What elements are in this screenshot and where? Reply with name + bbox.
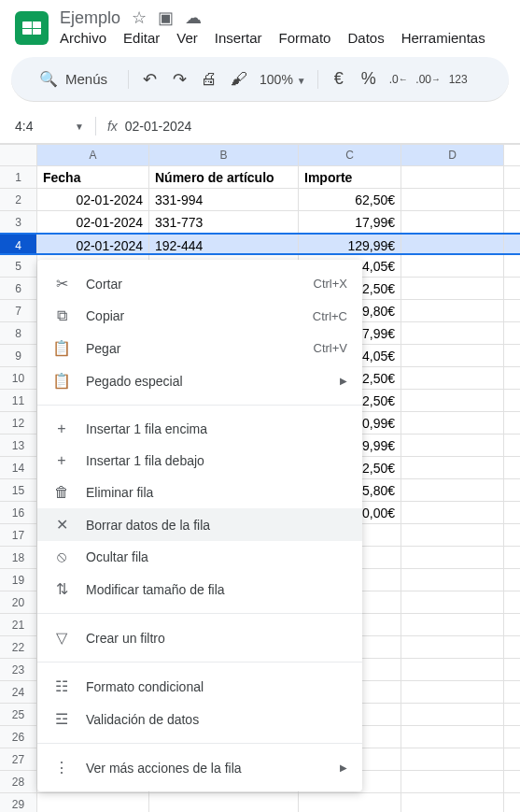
chevron-down-icon[interactable]: ▼ xyxy=(75,121,84,132)
cell[interactable] xyxy=(401,524,504,546)
cell[interactable] xyxy=(401,502,504,523)
row-header[interactable]: 14 xyxy=(0,457,37,478)
star-icon[interactable]: ☆ xyxy=(132,7,147,28)
cell[interactable] xyxy=(401,681,504,703)
row-header[interactable]: 16 xyxy=(0,502,37,523)
cell[interactable] xyxy=(149,793,299,812)
cell[interactable] xyxy=(401,659,504,680)
select-all-corner[interactable] xyxy=(0,145,37,165)
ctx-clear-row[interactable]: ✕ Borrar datos de la fila xyxy=(37,508,362,541)
cell[interactable] xyxy=(401,704,504,725)
print-button[interactable]: 🖨 xyxy=(196,66,222,93)
ctx-insert-below[interactable]: + Insertar 1 fila debajo xyxy=(37,445,362,477)
cell[interactable]: Importe xyxy=(299,166,401,188)
ctx-insert-above[interactable]: + Insertar 1 fila encima xyxy=(37,413,362,445)
row-header[interactable]: 20 xyxy=(0,591,37,613)
cell[interactable] xyxy=(401,771,504,792)
cell[interactable]: 192-444 xyxy=(149,235,299,253)
cell[interactable] xyxy=(401,345,504,366)
ctx-copy[interactable]: ⧉ Copiar Ctrl+C xyxy=(37,300,362,332)
cell[interactable]: 02-01-2024 xyxy=(37,189,149,210)
move-icon[interactable]: ▣ xyxy=(158,7,174,28)
cell[interactable] xyxy=(401,166,504,188)
cell[interactable] xyxy=(401,434,504,456)
row-header[interactable]: 6 xyxy=(0,278,37,299)
row-header[interactable]: 15 xyxy=(0,479,37,501)
cell[interactable] xyxy=(401,636,504,658)
cell[interactable] xyxy=(401,748,504,770)
row-header[interactable]: 24 xyxy=(0,681,37,703)
row-header[interactable]: 23 xyxy=(0,659,37,680)
cell[interactable] xyxy=(401,547,504,568)
cell[interactable] xyxy=(401,726,504,748)
cell[interactable] xyxy=(401,412,504,434)
row-header[interactable]: 2 xyxy=(0,189,37,210)
menu-item[interactable]: Editar xyxy=(123,30,160,46)
menu-item[interactable]: Ver xyxy=(176,30,198,46)
cell[interactable] xyxy=(401,255,504,277)
zoom-select[interactable]: 100% ▼ xyxy=(256,72,310,87)
cell[interactable] xyxy=(37,793,149,812)
menu-item[interactable]: Archivo xyxy=(60,30,106,46)
cell[interactable]: Número de artículo xyxy=(149,166,299,188)
cell[interactable]: 62,50€ xyxy=(299,189,401,210)
ctx-data-validation[interactable]: ☲ Validación de datos xyxy=(37,703,362,735)
cell[interactable]: 331-773 xyxy=(149,211,299,233)
row-header[interactable]: 22 xyxy=(0,636,37,658)
row-header[interactable]: 18 xyxy=(0,547,37,568)
menu-search[interactable]: 🔍 Menús xyxy=(26,63,120,95)
cell[interactable] xyxy=(401,614,504,635)
cell[interactable] xyxy=(401,367,504,389)
sheets-logo[interactable] xyxy=(15,11,49,45)
row-header[interactable]: 4 xyxy=(0,235,37,253)
paint-format-button[interactable]: 🖌 xyxy=(226,66,252,93)
ctx-resize-row[interactable]: ⇅ Modificar tamaño de fila xyxy=(37,573,362,605)
row-header[interactable]: 3 xyxy=(0,211,37,233)
cell[interactable]: 02-01-2024 xyxy=(37,235,149,253)
row-header[interactable]: 27 xyxy=(0,748,37,770)
row-header[interactable]: 29 xyxy=(0,793,37,812)
cell[interactable]: 331-994 xyxy=(149,189,299,210)
row-header[interactable]: 11 xyxy=(0,390,37,411)
cell[interactable]: 17,99€ xyxy=(299,211,401,233)
cell[interactable]: Fecha xyxy=(37,166,149,188)
more-formats-button[interactable]: 123 xyxy=(445,66,471,93)
cell[interactable] xyxy=(401,479,504,501)
decrease-decimal-button[interactable]: .0← xyxy=(386,66,412,93)
row-header[interactable]: 8 xyxy=(0,322,37,344)
cell[interactable] xyxy=(401,189,504,210)
cell[interactable] xyxy=(401,235,504,253)
col-header[interactable]: C xyxy=(299,145,401,165)
cell[interactable] xyxy=(401,793,504,812)
row-header[interactable]: 19 xyxy=(0,569,37,591)
cell[interactable] xyxy=(401,591,504,613)
col-header[interactable]: A xyxy=(37,145,149,165)
row-header[interactable]: 13 xyxy=(0,434,37,456)
ctx-paste[interactable]: 📋 Pegar Ctrl+V xyxy=(37,332,362,364)
doc-title[interactable]: Ejemplo xyxy=(60,8,120,28)
cell[interactable] xyxy=(401,278,504,299)
ctx-hide-row[interactable]: ⦸ Ocultar fila xyxy=(37,541,362,573)
undo-button[interactable]: ↶ xyxy=(136,66,162,93)
cell[interactable] xyxy=(401,300,504,321)
row-header[interactable]: 26 xyxy=(0,726,37,748)
row-header[interactable]: 28 xyxy=(0,771,37,792)
cell[interactable]: 129,99€ xyxy=(299,235,401,253)
ctx-more-actions[interactable]: ⋮ Ver más acciones de la fila ▶ xyxy=(37,751,362,784)
formula-input[interactable]: 02-01-2024 xyxy=(125,119,192,134)
name-box[interactable]: 4:4 xyxy=(11,115,67,137)
redo-button[interactable]: ↷ xyxy=(166,66,192,93)
cell[interactable] xyxy=(401,457,504,478)
ctx-paste-special[interactable]: 📋 Pegado especial ▶ xyxy=(37,364,362,397)
ctx-cut[interactable]: ✂ Cortar Ctrl+X xyxy=(37,267,362,300)
ctx-conditional-format[interactable]: ☷ Formato condicional xyxy=(37,670,362,703)
row-header[interactable]: 7 xyxy=(0,300,37,321)
cell[interactable] xyxy=(401,211,504,233)
menu-item[interactable]: Herramientas xyxy=(401,30,485,46)
row-header[interactable]: 9 xyxy=(0,345,37,366)
menu-item[interactable]: Insertar xyxy=(215,30,262,46)
cloud-icon[interactable]: ☁ xyxy=(185,7,202,28)
row-header[interactable]: 12 xyxy=(0,412,37,434)
currency-button[interactable]: € xyxy=(326,66,352,93)
row-header[interactable]: 25 xyxy=(0,704,37,725)
